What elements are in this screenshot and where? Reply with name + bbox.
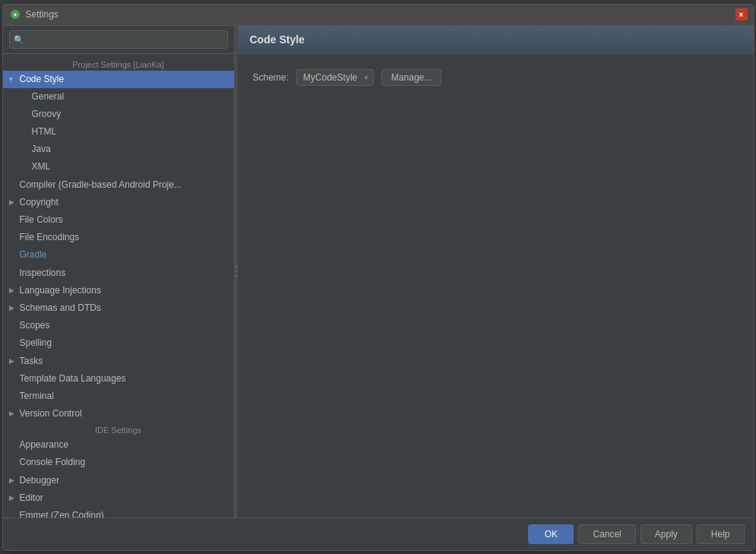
sidebar-item-schemas-dtds[interactable]: ▶ Schemas and DTDs bbox=[3, 299, 234, 317]
sidebar-item-label: Inspections bbox=[20, 266, 66, 280]
search-input[interactable] bbox=[9, 30, 228, 49]
sidebar-item-debugger[interactable]: ▶ Debugger bbox=[3, 472, 234, 489]
arrow-spacer bbox=[21, 126, 32, 137]
sidebar-item-emmet[interactable]: Emmet (Zen Coding) bbox=[3, 507, 234, 518]
main-content: Code Style Scheme: MyCodeStyle Manage... bbox=[238, 26, 754, 518]
sidebar-item-label: Version Control bbox=[20, 407, 82, 421]
bottom-bar: OK Cancel Apply Help bbox=[3, 518, 754, 550]
sidebar-item-label: Copyright bbox=[20, 195, 59, 210]
scheme-row: Scheme: MyCodeStyle Manage... bbox=[253, 69, 739, 86]
sidebar-item-label: XML bbox=[32, 160, 51, 174]
sidebar-item-label: File Colors bbox=[20, 213, 63, 227]
sidebar-item-editor[interactable]: ▶ Editor bbox=[3, 489, 234, 507]
svg-text:✦: ✦ bbox=[12, 12, 17, 17]
sidebar-item-label: Emmet (Zen Coding) bbox=[20, 508, 104, 518]
settings-window: ✦ Settings × 🔍 Project Settings [LianKa] bbox=[2, 4, 754, 551]
sidebar-item-file-colors[interactable]: File Colors bbox=[3, 211, 234, 229]
sidebar-item-label: Debugger bbox=[20, 473, 60, 488]
sidebar-item-label: HTML bbox=[32, 125, 57, 139]
sidebar-item-version-control[interactable]: ▶ Version Control bbox=[3, 405, 234, 423]
sidebar-item-groovy[interactable]: Groovy bbox=[3, 106, 234, 123]
arrow-spacer bbox=[21, 162, 32, 173]
arrow-spacer bbox=[9, 321, 20, 331]
arrow-spacer bbox=[21, 144, 32, 155]
arrow-spacer bbox=[9, 391, 20, 401]
sidebar-item-copyright[interactable]: ▶ Copyright bbox=[3, 194, 234, 211]
sidebar-item-spelling[interactable]: Spelling bbox=[3, 334, 234, 352]
arrow-icon: ▾ bbox=[9, 74, 20, 84]
title-bar: ✦ Settings × bbox=[3, 5, 754, 26]
scheme-dropdown-wrapper: MyCodeStyle bbox=[296, 69, 374, 86]
arrow-spacer bbox=[9, 373, 20, 384]
sidebar-item-appearance[interactable]: Appearance bbox=[3, 436, 234, 454]
help-button[interactable]: Help bbox=[697, 524, 745, 544]
sidebar-item-console-folding[interactable]: Console Folding bbox=[3, 454, 234, 471]
sidebar-item-label: Tasks bbox=[20, 354, 43, 369]
arrow-icon: ▶ bbox=[9, 492, 20, 503]
arrow-icon: ▶ bbox=[9, 197, 20, 207]
page-title: Code Style bbox=[250, 33, 305, 46]
splitter-indicator bbox=[235, 266, 237, 277]
cancel-button[interactable]: Cancel bbox=[578, 524, 635, 544]
arrow-spacer bbox=[9, 268, 20, 278]
ok-button[interactable]: OK bbox=[528, 524, 574, 544]
sidebar-item-file-encodings[interactable]: File Encodings bbox=[3, 229, 234, 246]
scheme-dropdown[interactable]: MyCodeStyle bbox=[296, 69, 374, 86]
sidebar-item-gradle[interactable]: Gradle bbox=[3, 246, 234, 264]
arrow-spacer bbox=[9, 179, 20, 190]
sidebar-item-inspections[interactable]: Inspections bbox=[3, 264, 234, 282]
ide-settings-header: IDE Settings bbox=[3, 423, 234, 436]
sidebar-item-template-data-lang[interactable]: Template Data Languages bbox=[3, 370, 234, 388]
app-icon: ✦ bbox=[9, 8, 21, 21]
arrow-spacer bbox=[9, 338, 20, 349]
arrow-spacer bbox=[21, 91, 32, 102]
sidebar-item-label: Java bbox=[32, 142, 51, 157]
sidebar-item-label: File Encodings bbox=[20, 230, 80, 245]
main-header: Code Style bbox=[238, 26, 754, 54]
splitter[interactable] bbox=[235, 26, 238, 518]
sidebar-item-label: Gradle bbox=[20, 248, 47, 262]
search-box: 🔍 bbox=[3, 26, 234, 54]
window-title: Settings bbox=[26, 9, 735, 20]
sidebar-item-tasks[interactable]: ▶ Tasks bbox=[3, 353, 234, 370]
sidebar: 🔍 Project Settings [LianKa] ▾ Code Style… bbox=[3, 26, 235, 518]
sidebar-item-label: Template Data Languages bbox=[20, 372, 126, 386]
arrow-spacer bbox=[9, 233, 20, 243]
arrow-spacer bbox=[9, 457, 20, 468]
sidebar-item-general[interactable]: General bbox=[3, 88, 234, 106]
sidebar-item-label: Code Style bbox=[20, 72, 65, 87]
close-button[interactable]: × bbox=[735, 8, 748, 21]
sidebar-item-java[interactable]: Java bbox=[3, 141, 234, 158]
main-body: Scheme: MyCodeStyle Manage... bbox=[238, 54, 754, 518]
sidebar-item-code-style[interactable]: ▾ Code Style bbox=[3, 71, 234, 88]
sidebar-item-terminal[interactable]: Terminal bbox=[3, 388, 234, 405]
sidebar-item-compiler[interactable]: Compiler (Gradle-based Android Proje... bbox=[3, 176, 234, 194]
arrow-icon: ▶ bbox=[9, 356, 20, 366]
arrow-icon: ▶ bbox=[9, 285, 20, 296]
arrow-spacer bbox=[9, 510, 20, 517]
sidebar-item-label: Appearance bbox=[20, 438, 69, 452]
arrow-spacer bbox=[9, 214, 20, 225]
arrow-spacer bbox=[9, 440, 20, 451]
sidebar-item-label: Groovy bbox=[32, 107, 62, 122]
sidebar-item-label: Spelling bbox=[20, 336, 52, 350]
search-icon: 🔍 bbox=[14, 34, 24, 44]
sidebar-item-xml[interactable]: XML bbox=[3, 158, 234, 176]
apply-button[interactable]: Apply bbox=[641, 524, 692, 544]
sidebar-item-label: Scopes bbox=[20, 318, 50, 333]
sidebar-item-scopes[interactable]: Scopes bbox=[3, 317, 234, 334]
sidebar-item-label: Compiler (Gradle-based Android Proje... bbox=[20, 178, 182, 192]
sidebar-item-html[interactable]: HTML bbox=[3, 123, 234, 141]
content-area: 🔍 Project Settings [LianKa] ▾ Code Style… bbox=[3, 26, 754, 518]
sidebar-item-label: Schemas and DTDs bbox=[20, 301, 101, 315]
scheme-label: Scheme: bbox=[253, 72, 289, 83]
sidebar-item-label: Console Folding bbox=[20, 455, 86, 470]
arrow-icon: ▶ bbox=[9, 475, 20, 486]
sidebar-item-label: Editor bbox=[20, 491, 43, 505]
manage-button[interactable]: Manage... bbox=[381, 69, 441, 86]
sidebar-item-label: Language Injections bbox=[20, 283, 101, 298]
sidebar-item-language-injections[interactable]: ▶ Language Injections bbox=[3, 282, 234, 299]
arrow-spacer bbox=[9, 250, 20, 261]
tree-container[interactable]: Project Settings [LianKa] ▾ Code Style G… bbox=[3, 54, 234, 518]
sidebar-item-label: General bbox=[32, 90, 65, 104]
